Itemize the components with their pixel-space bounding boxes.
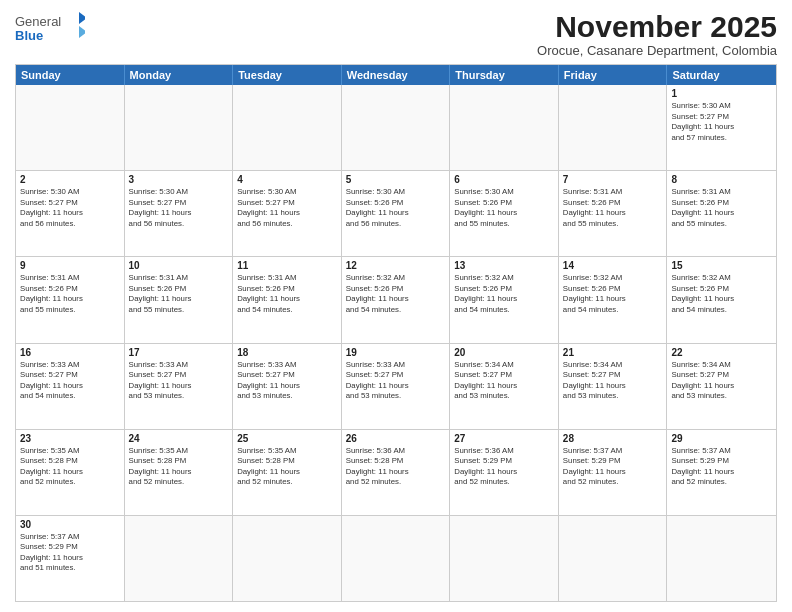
empty-cell bbox=[342, 516, 451, 601]
day-cell-15: 15Sunrise: 5:32 AM Sunset: 5:26 PM Dayli… bbox=[667, 257, 776, 342]
empty-cell bbox=[667, 516, 776, 601]
day-info: Sunrise: 5:31 AM Sunset: 5:26 PM Dayligh… bbox=[671, 187, 772, 229]
week-4: 16Sunrise: 5:33 AM Sunset: 5:27 PM Dayli… bbox=[16, 344, 776, 430]
day-cell-10: 10Sunrise: 5:31 AM Sunset: 5:26 PM Dayli… bbox=[125, 257, 234, 342]
day-number: 24 bbox=[129, 433, 229, 444]
day-cell-16: 16Sunrise: 5:33 AM Sunset: 5:27 PM Dayli… bbox=[16, 344, 125, 429]
day-info: Sunrise: 5:37 AM Sunset: 5:29 PM Dayligh… bbox=[20, 532, 120, 574]
day-info: Sunrise: 5:32 AM Sunset: 5:26 PM Dayligh… bbox=[563, 273, 663, 315]
day-cell-28: 28Sunrise: 5:37 AM Sunset: 5:29 PM Dayli… bbox=[559, 430, 668, 515]
day-number: 17 bbox=[129, 347, 229, 358]
day-info: Sunrise: 5:35 AM Sunset: 5:28 PM Dayligh… bbox=[129, 446, 229, 488]
title-section: November 2025 Orocue, Casanare Departmen… bbox=[537, 10, 777, 58]
day-number: 12 bbox=[346, 260, 446, 271]
logo: General Blue bbox=[15, 10, 85, 45]
day-cell-8: 8Sunrise: 5:31 AM Sunset: 5:26 PM Daylig… bbox=[667, 171, 776, 256]
empty-cell bbox=[450, 85, 559, 170]
week-5: 23Sunrise: 5:35 AM Sunset: 5:28 PM Dayli… bbox=[16, 430, 776, 516]
empty-cell bbox=[233, 85, 342, 170]
header-friday: Friday bbox=[559, 65, 668, 85]
day-cell-14: 14Sunrise: 5:32 AM Sunset: 5:26 PM Dayli… bbox=[559, 257, 668, 342]
day-number: 15 bbox=[671, 260, 772, 271]
day-info: Sunrise: 5:31 AM Sunset: 5:26 PM Dayligh… bbox=[129, 273, 229, 315]
day-number: 21 bbox=[563, 347, 663, 358]
day-info: Sunrise: 5:30 AM Sunset: 5:27 PM Dayligh… bbox=[671, 101, 772, 143]
day-cell-22: 22Sunrise: 5:34 AM Sunset: 5:27 PM Dayli… bbox=[667, 344, 776, 429]
day-headers: Sunday Monday Tuesday Wednesday Thursday… bbox=[16, 65, 776, 85]
day-cell-7: 7Sunrise: 5:31 AM Sunset: 5:26 PM Daylig… bbox=[559, 171, 668, 256]
logo-svg: General Blue bbox=[15, 10, 85, 45]
day-cell-17: 17Sunrise: 5:33 AM Sunset: 5:27 PM Dayli… bbox=[125, 344, 234, 429]
day-info: Sunrise: 5:34 AM Sunset: 5:27 PM Dayligh… bbox=[563, 360, 663, 402]
day-info: Sunrise: 5:35 AM Sunset: 5:28 PM Dayligh… bbox=[20, 446, 120, 488]
svg-marker-3 bbox=[79, 26, 85, 38]
day-info: Sunrise: 5:34 AM Sunset: 5:27 PM Dayligh… bbox=[454, 360, 554, 402]
page: General Blue November 2025 Orocue, Casan… bbox=[0, 0, 792, 612]
day-info: Sunrise: 5:31 AM Sunset: 5:26 PM Dayligh… bbox=[237, 273, 337, 315]
day-info: Sunrise: 5:33 AM Sunset: 5:27 PM Dayligh… bbox=[129, 360, 229, 402]
day-number: 26 bbox=[346, 433, 446, 444]
day-number: 23 bbox=[20, 433, 120, 444]
day-cell-23: 23Sunrise: 5:35 AM Sunset: 5:28 PM Dayli… bbox=[16, 430, 125, 515]
day-number: 16 bbox=[20, 347, 120, 358]
week-6: 30Sunrise: 5:37 AM Sunset: 5:29 PM Dayli… bbox=[16, 516, 776, 601]
day-number: 5 bbox=[346, 174, 446, 185]
day-cell-4: 4Sunrise: 5:30 AM Sunset: 5:27 PM Daylig… bbox=[233, 171, 342, 256]
day-number: 7 bbox=[563, 174, 663, 185]
day-cell-19: 19Sunrise: 5:33 AM Sunset: 5:27 PM Dayli… bbox=[342, 344, 451, 429]
day-cell-12: 12Sunrise: 5:32 AM Sunset: 5:26 PM Dayli… bbox=[342, 257, 451, 342]
day-info: Sunrise: 5:32 AM Sunset: 5:26 PM Dayligh… bbox=[671, 273, 772, 315]
day-cell-6: 6Sunrise: 5:30 AM Sunset: 5:26 PM Daylig… bbox=[450, 171, 559, 256]
header-thursday: Thursday bbox=[450, 65, 559, 85]
empty-cell bbox=[125, 516, 234, 601]
day-info: Sunrise: 5:35 AM Sunset: 5:28 PM Dayligh… bbox=[237, 446, 337, 488]
empty-cell bbox=[125, 85, 234, 170]
calendar: Sunday Monday Tuesday Wednesday Thursday… bbox=[15, 64, 777, 602]
week-3: 9Sunrise: 5:31 AM Sunset: 5:26 PM Daylig… bbox=[16, 257, 776, 343]
day-info: Sunrise: 5:30 AM Sunset: 5:27 PM Dayligh… bbox=[129, 187, 229, 229]
day-cell-30: 30Sunrise: 5:37 AM Sunset: 5:29 PM Dayli… bbox=[16, 516, 125, 601]
day-cell-26: 26Sunrise: 5:36 AM Sunset: 5:28 PM Dayli… bbox=[342, 430, 451, 515]
day-cell-21: 21Sunrise: 5:34 AM Sunset: 5:27 PM Dayli… bbox=[559, 344, 668, 429]
day-number: 1 bbox=[671, 88, 772, 99]
day-info: Sunrise: 5:34 AM Sunset: 5:27 PM Dayligh… bbox=[671, 360, 772, 402]
svg-marker-2 bbox=[79, 12, 85, 24]
day-number: 30 bbox=[20, 519, 120, 530]
day-number: 22 bbox=[671, 347, 772, 358]
day-cell-27: 27Sunrise: 5:36 AM Sunset: 5:29 PM Dayli… bbox=[450, 430, 559, 515]
day-number: 2 bbox=[20, 174, 120, 185]
day-number: 10 bbox=[129, 260, 229, 271]
day-cell-5: 5Sunrise: 5:30 AM Sunset: 5:26 PM Daylig… bbox=[342, 171, 451, 256]
day-info: Sunrise: 5:30 AM Sunset: 5:27 PM Dayligh… bbox=[20, 187, 120, 229]
day-info: Sunrise: 5:37 AM Sunset: 5:29 PM Dayligh… bbox=[671, 446, 772, 488]
day-info: Sunrise: 5:30 AM Sunset: 5:27 PM Dayligh… bbox=[237, 187, 337, 229]
day-info: Sunrise: 5:37 AM Sunset: 5:29 PM Dayligh… bbox=[563, 446, 663, 488]
day-number: 14 bbox=[563, 260, 663, 271]
day-info: Sunrise: 5:32 AM Sunset: 5:26 PM Dayligh… bbox=[346, 273, 446, 315]
header-sunday: Sunday bbox=[16, 65, 125, 85]
day-number: 18 bbox=[237, 347, 337, 358]
month-title: November 2025 bbox=[537, 10, 777, 43]
empty-cell bbox=[342, 85, 451, 170]
day-info: Sunrise: 5:36 AM Sunset: 5:29 PM Dayligh… bbox=[454, 446, 554, 488]
day-info: Sunrise: 5:30 AM Sunset: 5:26 PM Dayligh… bbox=[346, 187, 446, 229]
day-cell-25: 25Sunrise: 5:35 AM Sunset: 5:28 PM Dayli… bbox=[233, 430, 342, 515]
empty-cell bbox=[450, 516, 559, 601]
day-cell-2: 2Sunrise: 5:30 AM Sunset: 5:27 PM Daylig… bbox=[16, 171, 125, 256]
day-info: Sunrise: 5:33 AM Sunset: 5:27 PM Dayligh… bbox=[20, 360, 120, 402]
day-number: 20 bbox=[454, 347, 554, 358]
day-cell-29: 29Sunrise: 5:37 AM Sunset: 5:29 PM Dayli… bbox=[667, 430, 776, 515]
day-cell-11: 11Sunrise: 5:31 AM Sunset: 5:26 PM Dayli… bbox=[233, 257, 342, 342]
empty-cell bbox=[16, 85, 125, 170]
day-cell-20: 20Sunrise: 5:34 AM Sunset: 5:27 PM Dayli… bbox=[450, 344, 559, 429]
day-info: Sunrise: 5:31 AM Sunset: 5:26 PM Dayligh… bbox=[563, 187, 663, 229]
header-saturday: Saturday bbox=[667, 65, 776, 85]
header: General Blue November 2025 Orocue, Casan… bbox=[15, 10, 777, 58]
empty-cell bbox=[233, 516, 342, 601]
week-2: 2Sunrise: 5:30 AM Sunset: 5:27 PM Daylig… bbox=[16, 171, 776, 257]
svg-text:Blue: Blue bbox=[15, 28, 43, 43]
day-cell-18: 18Sunrise: 5:33 AM Sunset: 5:27 PM Dayli… bbox=[233, 344, 342, 429]
empty-cell bbox=[559, 85, 668, 170]
day-number: 3 bbox=[129, 174, 229, 185]
day-info: Sunrise: 5:31 AM Sunset: 5:26 PM Dayligh… bbox=[20, 273, 120, 315]
